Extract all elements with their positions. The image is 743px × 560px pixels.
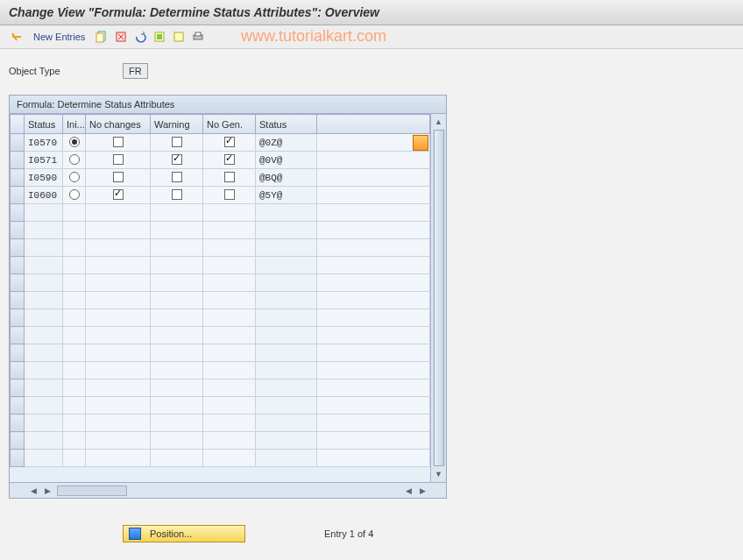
ini-radio[interactable] xyxy=(69,154,80,165)
cell-nogen[interactable] xyxy=(203,169,256,187)
cell-nogen[interactable] xyxy=(203,134,256,152)
table-row[interactable]: I0571@0V@ xyxy=(11,152,430,169)
cell-status2[interactable] xyxy=(256,362,317,379)
warning-checkbox[interactable] xyxy=(172,137,182,147)
cell-status[interactable] xyxy=(25,344,63,362)
table-row[interactable] xyxy=(11,379,430,397)
table-row[interactable] xyxy=(11,257,430,274)
ini-radio[interactable] xyxy=(69,189,80,200)
table-row[interactable] xyxy=(11,432,430,450)
table-row[interactable]: I0600@5Y@ xyxy=(11,187,430,204)
cell-warning[interactable] xyxy=(151,397,203,415)
row-selector[interactable] xyxy=(11,432,25,450)
cell-nochanges[interactable] xyxy=(86,344,151,362)
cell-status[interactable] xyxy=(25,397,63,415)
cell-nogen[interactable] xyxy=(203,450,256,467)
warning-checkbox[interactable] xyxy=(172,189,182,200)
cell-ini[interactable] xyxy=(63,309,86,327)
cell-nogen[interactable] xyxy=(203,222,256,239)
table-row[interactable] xyxy=(11,327,430,344)
cell-ini[interactable] xyxy=(63,187,86,204)
cell-status2[interactable] xyxy=(256,204,317,222)
cell-status2[interactable] xyxy=(256,239,317,257)
scroll-left-icon[interactable]: ◀ xyxy=(27,485,39,497)
cell-nochanges[interactable] xyxy=(86,379,151,397)
cell-status2[interactable] xyxy=(256,257,317,274)
horizontal-scrollbar[interactable]: ◀ ▶ ◀ ▶ xyxy=(10,482,446,498)
cell-status[interactable]: I0571 xyxy=(25,152,63,169)
deselect-all-icon[interactable] xyxy=(171,29,187,45)
table-row[interactable] xyxy=(11,415,430,432)
cell-warning[interactable] xyxy=(151,327,203,344)
cell-nogen[interactable] xyxy=(203,257,256,274)
delete-icon[interactable] xyxy=(113,29,129,45)
cell-warning[interactable] xyxy=(151,239,203,257)
cell-nogen[interactable] xyxy=(203,344,256,362)
table-row[interactable] xyxy=(11,222,430,239)
cell-nochanges[interactable] xyxy=(86,134,151,152)
table-row[interactable] xyxy=(11,397,430,415)
col-nogen[interactable]: No Gen. xyxy=(203,115,256,134)
cell-nochanges[interactable] xyxy=(86,362,151,379)
scroll-right-icon[interactable]: ▶ xyxy=(41,485,53,497)
row-selector[interactable] xyxy=(11,169,25,187)
cell-status2[interactable] xyxy=(256,450,317,467)
table-row[interactable]: I0570@0Z@ xyxy=(11,134,430,152)
cell-ini[interactable] xyxy=(63,274,86,292)
cell-status2[interactable] xyxy=(256,292,317,309)
table-settings-icon[interactable] xyxy=(413,135,428,151)
cell-status[interactable] xyxy=(25,450,63,467)
cell-nochanges[interactable] xyxy=(86,432,151,450)
table-row[interactable] xyxy=(11,292,430,309)
scroll-down-icon[interactable]: ▼ xyxy=(433,468,445,480)
cell-status2[interactable]: @BQ@ xyxy=(256,169,317,187)
select-all-icon[interactable] xyxy=(152,29,167,45)
nochanges-checkbox[interactable] xyxy=(113,154,124,165)
cell-ini[interactable] xyxy=(63,222,86,239)
cell-status2[interactable] xyxy=(256,344,317,362)
cell-status[interactable] xyxy=(25,362,63,379)
cell-ini[interactable] xyxy=(63,134,86,152)
cell-nochanges[interactable] xyxy=(86,169,151,187)
row-selector[interactable] xyxy=(11,257,25,274)
scroll-left2-icon[interactable]: ◀ xyxy=(402,485,414,497)
table-row[interactable] xyxy=(11,450,430,467)
undo-icon[interactable] xyxy=(132,29,148,45)
cell-ini[interactable] xyxy=(63,204,86,222)
cell-nochanges[interactable] xyxy=(86,257,151,274)
table-row[interactable] xyxy=(11,344,430,362)
row-selector[interactable] xyxy=(11,362,25,379)
nogen-checkbox[interactable] xyxy=(224,154,235,165)
cell-warning[interactable] xyxy=(151,187,203,204)
row-selector[interactable] xyxy=(11,415,25,432)
nogen-checkbox[interactable] xyxy=(224,172,235,182)
cell-nogen[interactable] xyxy=(203,415,256,432)
cell-status2[interactable]: @5Y@ xyxy=(256,187,317,204)
cell-ini[interactable] xyxy=(63,450,86,467)
cell-nochanges[interactable] xyxy=(86,187,151,204)
cell-warning[interactable] xyxy=(151,450,203,467)
col-ini[interactable]: Ini... xyxy=(63,115,86,134)
cell-ini[interactable] xyxy=(63,362,86,379)
cell-status[interactable] xyxy=(25,379,63,397)
row-selector[interactable] xyxy=(11,379,25,397)
table-row[interactable] xyxy=(11,204,430,222)
cell-nochanges[interactable] xyxy=(86,239,151,257)
cell-nochanges[interactable] xyxy=(86,204,151,222)
cell-status[interactable]: I0570 xyxy=(25,134,63,152)
cell-status[interactable]: I0590 xyxy=(25,169,63,187)
cell-status[interactable] xyxy=(25,415,63,432)
copy-icon[interactable] xyxy=(94,29,110,45)
nogen-checkbox[interactable] xyxy=(224,189,235,200)
cell-warning[interactable] xyxy=(151,362,203,379)
cell-warning[interactable] xyxy=(151,152,203,169)
warning-checkbox[interactable] xyxy=(172,172,182,182)
row-selector[interactable] xyxy=(11,309,25,327)
cell-nogen[interactable] xyxy=(203,309,256,327)
cell-nogen[interactable] xyxy=(203,239,256,257)
row-selector[interactable] xyxy=(11,327,25,344)
cell-nogen[interactable] xyxy=(203,187,256,204)
cell-nochanges[interactable] xyxy=(86,152,151,169)
cell-nogen[interactable] xyxy=(203,204,256,222)
cell-nogen[interactable] xyxy=(203,432,256,450)
